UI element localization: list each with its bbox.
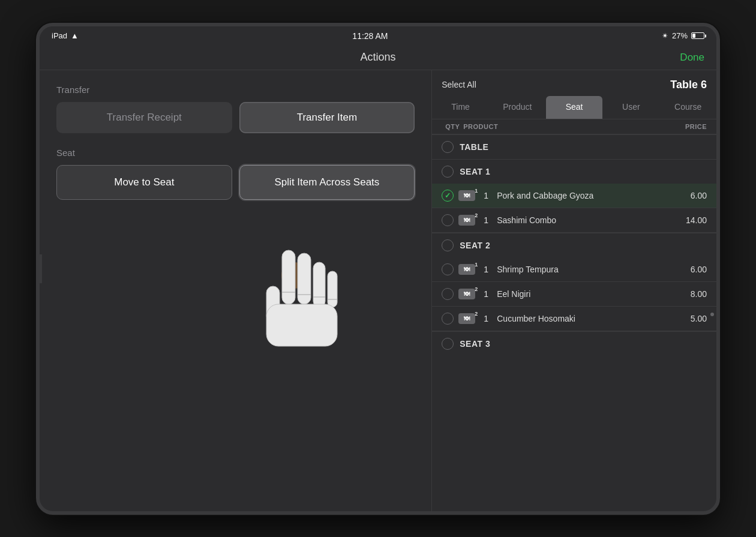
status-left: iPad ▲ (52, 31, 79, 40)
name-cucumber: Cucumber Hosomaki (497, 314, 670, 323)
tab-product[interactable]: Product (489, 96, 546, 119)
radio-seat2[interactable] (442, 239, 454, 251)
ipad-frame: iPad ▲ 11:28 AM ✴ 27% Actions Done Trans… (36, 23, 720, 515)
status-time: 11:28 AM (352, 31, 388, 41)
course-badge-eel: 🍽2 (458, 289, 475, 299)
tab-course[interactable]: Course (659, 96, 716, 119)
device-name: iPad (52, 31, 67, 40)
svg-rect-5 (328, 271, 337, 307)
column-header: QTY PRODUCT PRICE (432, 119, 716, 134)
tab-seat[interactable]: Seat (546, 96, 603, 119)
name-eel: Eel Nigiri (497, 289, 670, 299)
scroll-indicator (710, 313, 714, 316)
seat-button-row: Move to Seat Split Item Across Seats (56, 165, 415, 200)
left-panel: Transfer Transfer Receipt Transfer Item … (40, 70, 432, 511)
radio-table[interactable] (442, 141, 454, 153)
price-sashimi: 14.00 (674, 215, 707, 225)
done-button[interactable]: Done (680, 52, 704, 64)
section-seat3-label: SEAT 3 (460, 339, 490, 349)
price-cucumber: 5.00 (674, 314, 707, 323)
section-seat3: SEAT 3 (432, 331, 716, 356)
item-row-cucumber[interactable]: 🍽2 1 Cucumber Hosomaki 5.00 (432, 307, 716, 331)
section-table: TABLE (432, 134, 716, 159)
svg-rect-6 (266, 304, 337, 346)
name-gyoza: Pork and Cabbage Gyoza (497, 191, 670, 200)
wifi-icon: ▲ (71, 31, 79, 40)
price-shrimp: 6.00 (674, 265, 707, 274)
qty-sashimi: 1 (480, 215, 492, 225)
course-badge-shrimp: 🍽1 (458, 264, 475, 275)
course-badge-cucumber: 🍽2 (458, 313, 475, 324)
item-row-sashimi[interactable]: 🍽2 1 Sashimi Combo 14.00 (432, 208, 716, 233)
radio-sashimi[interactable] (442, 214, 454, 226)
select-all-button[interactable]: Select All (442, 80, 476, 89)
content-area: Transfer Transfer Receipt Transfer Item … (40, 70, 716, 511)
battery-icon (691, 32, 704, 39)
move-to-seat-button[interactable]: Move to Seat (56, 165, 232, 200)
qty-shrimp: 1 (480, 265, 492, 274)
item-row-shrimp[interactable]: 🍽1 1 Shrimp Tempura 6.00 (432, 257, 716, 282)
item-row-eel[interactable]: 🍽2 1 Eel Nigiri 8.00 (432, 282, 716, 307)
section-seat1-label: SEAT 1 (460, 167, 490, 176)
item-row-gyoza[interactable]: 🍽1 1 Pork and Cabbage Gyoza 6.00 (432, 184, 716, 208)
section-seat2-label: SEAT 2 (460, 241, 490, 250)
seat-label: Seat (56, 148, 415, 158)
status-right: ✴ 27% (662, 31, 704, 40)
order-list: TABLE SEAT 1 🍽1 1 Pork and Cabbage Gyoza… (432, 134, 716, 511)
col-price-header: PRICE (671, 123, 707, 130)
radio-seat1[interactable] (442, 166, 454, 178)
svg-rect-1 (266, 286, 280, 322)
tab-user[interactable]: User (602, 96, 659, 119)
hand-cursor (244, 232, 340, 352)
radio-cucumber[interactable] (442, 313, 454, 325)
transfer-receipt-button[interactable]: Transfer Receipt (56, 102, 232, 133)
course-badge-sashimi: 🍽2 (458, 215, 475, 226)
nav-title: Actions (360, 51, 395, 64)
status-bar: iPad ▲ 11:28 AM ✴ 27% (40, 26, 716, 46)
col-product-header: PRODUCT (463, 123, 671, 130)
transfer-label: Transfer (56, 85, 415, 95)
radio-seat3[interactable] (442, 338, 454, 350)
radio-eel[interactable] (442, 288, 454, 300)
transfer-item-button[interactable]: Transfer Item (239, 102, 415, 133)
svg-rect-2 (282, 250, 295, 304)
bluetooth-icon: ✴ (662, 31, 668, 40)
qty-cucumber: 1 (480, 314, 492, 323)
section-seat1: SEAT 1 (432, 159, 716, 184)
radio-shrimp[interactable] (442, 263, 454, 275)
col-qty-header: QTY (442, 123, 463, 130)
price-eel: 8.00 (674, 289, 707, 299)
name-shrimp: Shrimp Tempura (497, 265, 670, 274)
section-table-label: TABLE (460, 142, 488, 152)
svg-point-0 (281, 262, 308, 289)
tab-bar: Time Product Seat User Course (432, 96, 716, 119)
transfer-button-row: Transfer Receipt Transfer Item (56, 102, 415, 133)
price-gyoza: 6.00 (674, 191, 707, 200)
right-panel: Select All Table 6 Time Product Seat Use… (432, 70, 716, 511)
table-title: Table 6 (670, 79, 707, 91)
check-gyoza[interactable] (442, 190, 454, 202)
svg-rect-3 (298, 253, 311, 304)
battery-percent: 27% (672, 31, 688, 40)
split-item-button[interactable]: Split Item Across Seats (239, 165, 415, 200)
qty-gyoza: 1 (480, 191, 492, 200)
course-badge-gyoza: 🍽1 (458, 190, 475, 201)
svg-rect-4 (313, 262, 325, 307)
tab-time[interactable]: Time (432, 96, 489, 119)
name-sashimi: Sashimi Combo (497, 215, 670, 225)
right-header: Select All Table 6 (432, 70, 716, 96)
section-seat2: SEAT 2 (432, 233, 716, 257)
nav-bar: Actions Done (40, 46, 716, 70)
qty-eel: 1 (480, 289, 492, 299)
